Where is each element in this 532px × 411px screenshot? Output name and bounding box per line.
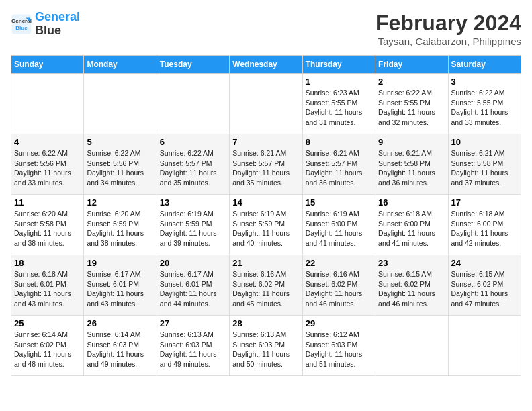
calendar-cell: 10Sunrise: 6:21 AMSunset: 5:58 PMDayligh…	[448, 134, 521, 195]
day-number: 28	[232, 318, 299, 328]
calendar-cell	[157, 74, 229, 134]
calendar-header: SundayMondayTuesdayWednesdayThursdayFrid…	[11, 56, 521, 74]
day-number: 20	[160, 258, 226, 268]
calendar-cell: 17Sunrise: 6:18 AMSunset: 6:00 PMDayligh…	[448, 195, 521, 255]
day-info: Sunrise: 6:14 AMSunset: 6:02 PMDaylight:…	[14, 330, 81, 369]
day-info: Sunrise: 6:22 AMSunset: 5:55 PMDaylight:…	[378, 88, 445, 128]
day-number: 5	[87, 137, 153, 147]
week-row-3: 11Sunrise: 6:20 AMSunset: 5:58 PMDayligh…	[11, 195, 521, 255]
day-info: Sunrise: 6:16 AMSunset: 6:02 PMDaylight:…	[232, 269, 299, 309]
calendar-cell: 25Sunrise: 6:14 AMSunset: 6:02 PMDayligh…	[11, 316, 84, 376]
logo-icon: General Blue	[11, 13, 32, 35]
day-info: Sunrise: 6:22 AMSunset: 5:57 PMDaylight:…	[160, 148, 226, 188]
day-number: 23	[378, 258, 445, 268]
day-number: 14	[232, 197, 299, 208]
day-info: Sunrise: 6:22 AMSunset: 5:55 PMDaylight:…	[451, 88, 518, 128]
week-row-5: 25Sunrise: 6:14 AMSunset: 6:02 PMDayligh…	[11, 316, 521, 376]
calendar-cell: 23Sunrise: 6:15 AMSunset: 6:02 PMDayligh…	[375, 255, 448, 316]
calendar-cell	[448, 316, 521, 376]
day-info: Sunrise: 6:13 AMSunset: 6:03 PMDaylight:…	[160, 330, 226, 369]
day-number: 7	[232, 137, 299, 147]
day-info: Sunrise: 6:21 AMSunset: 5:58 PMDaylight:…	[451, 148, 518, 188]
day-number: 26	[87, 318, 153, 328]
calendar-table: SundayMondayTuesdayWednesdayThursdayFrid…	[11, 55, 521, 376]
calendar-cell: 14Sunrise: 6:19 AMSunset: 5:59 PMDayligh…	[230, 195, 302, 255]
day-number: 12	[87, 197, 153, 208]
day-info: Sunrise: 6:14 AMSunset: 6:03 PMDaylight:…	[87, 330, 153, 369]
calendar-body: 1Sunrise: 6:23 AMSunset: 5:55 PMDaylight…	[11, 74, 521, 376]
day-number: 3	[451, 77, 518, 87]
calendar-cell: 12Sunrise: 6:20 AMSunset: 5:59 PMDayligh…	[84, 195, 157, 255]
calendar-cell: 9Sunrise: 6:21 AMSunset: 5:58 PMDaylight…	[375, 134, 448, 195]
day-number: 10	[451, 137, 518, 147]
calendar-cell: 8Sunrise: 6:21 AMSunset: 5:57 PMDaylight…	[302, 134, 375, 195]
calendar-cell: 22Sunrise: 6:16 AMSunset: 6:02 PMDayligh…	[302, 255, 375, 316]
week-row-1: 1Sunrise: 6:23 AMSunset: 5:55 PMDaylight…	[11, 74, 521, 134]
day-info: Sunrise: 6:15 AMSunset: 6:02 PMDaylight:…	[378, 269, 445, 309]
day-number: 4	[14, 137, 81, 147]
col-header-wednesday: Wednesday	[230, 56, 302, 74]
day-info: Sunrise: 6:20 AMSunset: 5:58 PMDaylight:…	[14, 209, 81, 248]
col-header-thursday: Thursday	[302, 56, 375, 74]
col-header-sunday: Sunday	[11, 56, 84, 74]
calendar-cell	[230, 74, 302, 134]
day-number: 27	[160, 318, 226, 328]
week-row-2: 4Sunrise: 6:22 AMSunset: 5:56 PMDaylight…	[11, 134, 521, 195]
svg-text:Blue: Blue	[15, 25, 28, 31]
calendar-cell: 20Sunrise: 6:17 AMSunset: 6:01 PMDayligh…	[157, 255, 229, 316]
title-block: February 2024 Taysan, Calabarzon, Philip…	[375, 11, 521, 47]
calendar-cell: 4Sunrise: 6:22 AMSunset: 5:56 PMDaylight…	[11, 134, 84, 195]
main-title: February 2024	[375, 11, 521, 36]
day-info: Sunrise: 6:17 AMSunset: 6:01 PMDaylight:…	[87, 269, 153, 309]
day-info: Sunrise: 6:18 AMSunset: 6:00 PMDaylight:…	[378, 209, 445, 248]
week-row-4: 18Sunrise: 6:18 AMSunset: 6:01 PMDayligh…	[11, 255, 521, 316]
calendar-cell: 18Sunrise: 6:18 AMSunset: 6:01 PMDayligh…	[11, 255, 84, 316]
calendar-cell: 7Sunrise: 6:21 AMSunset: 5:57 PMDaylight…	[230, 134, 302, 195]
day-info: Sunrise: 6:20 AMSunset: 5:59 PMDaylight:…	[87, 209, 153, 248]
day-info: Sunrise: 6:12 AMSunset: 6:03 PMDaylight:…	[306, 330, 372, 369]
day-info: Sunrise: 6:21 AMSunset: 5:57 PMDaylight:…	[306, 148, 372, 188]
col-header-friday: Friday	[375, 56, 448, 74]
day-info: Sunrise: 6:21 AMSunset: 5:57 PMDaylight:…	[232, 148, 299, 188]
calendar-cell: 5Sunrise: 6:22 AMSunset: 5:56 PMDaylight…	[84, 134, 157, 195]
calendar-cell: 3Sunrise: 6:22 AMSunset: 5:55 PMDaylight…	[448, 74, 521, 134]
day-info: Sunrise: 6:18 AMSunset: 6:00 PMDaylight:…	[451, 209, 518, 248]
day-number: 15	[306, 197, 372, 208]
day-number: 1	[306, 77, 372, 87]
calendar-cell: 26Sunrise: 6:14 AMSunset: 6:03 PMDayligh…	[84, 316, 157, 376]
calendar-cell: 6Sunrise: 6:22 AMSunset: 5:57 PMDaylight…	[157, 134, 229, 195]
day-info: Sunrise: 6:18 AMSunset: 6:01 PMDaylight:…	[14, 269, 81, 309]
day-number: 8	[306, 137, 372, 147]
day-number: 21	[232, 258, 299, 268]
day-number: 11	[14, 197, 81, 208]
day-number: 6	[160, 137, 226, 147]
day-number: 25	[14, 318, 81, 328]
calendar-cell: 2Sunrise: 6:22 AMSunset: 5:55 PMDaylight…	[375, 74, 448, 134]
col-header-tuesday: Tuesday	[157, 56, 229, 74]
logo: General Blue GeneralBlue	[11, 11, 80, 38]
calendar-cell	[375, 316, 448, 376]
calendar-cell: 15Sunrise: 6:19 AMSunset: 6:00 PMDayligh…	[302, 195, 375, 255]
page-header: General Blue GeneralBlue February 2024 T…	[11, 11, 521, 47]
day-number: 24	[451, 258, 518, 268]
logo-text: GeneralBlue	[35, 11, 80, 38]
day-number: 29	[306, 318, 372, 328]
day-info: Sunrise: 6:22 AMSunset: 5:56 PMDaylight:…	[14, 148, 81, 188]
day-info: Sunrise: 6:23 AMSunset: 5:55 PMDaylight:…	[306, 88, 372, 128]
day-info: Sunrise: 6:19 AMSunset: 6:00 PMDaylight:…	[306, 209, 372, 248]
day-info: Sunrise: 6:16 AMSunset: 6:02 PMDaylight:…	[306, 269, 372, 309]
calendar-cell: 19Sunrise: 6:17 AMSunset: 6:01 PMDayligh…	[84, 255, 157, 316]
day-number: 19	[87, 258, 153, 268]
calendar-cell: 21Sunrise: 6:16 AMSunset: 6:02 PMDayligh…	[230, 255, 302, 316]
day-info: Sunrise: 6:13 AMSunset: 6:03 PMDaylight:…	[232, 330, 299, 369]
day-number: 9	[378, 137, 445, 147]
day-number: 13	[160, 197, 226, 208]
subtitle: Taysan, Calabarzon, Philippines	[375, 36, 521, 47]
calendar-cell: 11Sunrise: 6:20 AMSunset: 5:58 PMDayligh…	[11, 195, 84, 255]
day-number: 22	[306, 258, 372, 268]
day-number: 16	[378, 197, 445, 208]
calendar-cell: 24Sunrise: 6:15 AMSunset: 6:02 PMDayligh…	[448, 255, 521, 316]
calendar-cell	[84, 74, 157, 134]
calendar-cell: 16Sunrise: 6:18 AMSunset: 6:00 PMDayligh…	[375, 195, 448, 255]
calendar-cell: 27Sunrise: 6:13 AMSunset: 6:03 PMDayligh…	[157, 316, 229, 376]
